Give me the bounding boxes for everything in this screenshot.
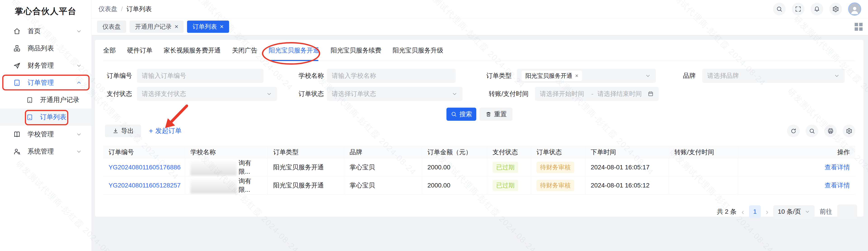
sidebar: 掌心合伙人平台 首页 商品列表 财务管理 订单管理 开通用户记录 订单列表 [0, 0, 92, 251]
pay-time-cell [669, 177, 738, 194]
order-no-link[interactable]: YG202408011605128257 [108, 182, 181, 189]
close-icon[interactable] [575, 73, 578, 79]
order-no-input[interactable] [137, 69, 264, 83]
search-button[interactable] [773, 3, 786, 15]
brand-placeholder: 请选择品牌 [707, 71, 739, 80]
plus-icon [149, 127, 153, 135]
printer-icon [827, 128, 834, 134]
close-icon[interactable] [175, 24, 178, 30]
pay-time-cell [669, 158, 738, 176]
col-header: 转账/支付时间 [669, 146, 738, 158]
redacted-school-name [190, 159, 237, 176]
settings-button[interactable] [829, 3, 842, 15]
prev-page-button[interactable] [742, 208, 744, 216]
order-status-placeholder: 请选择订单状态 [332, 90, 376, 98]
table-toolbar [787, 125, 855, 137]
col-header: 订单金额（元） [422, 146, 487, 158]
range-separator: - [591, 90, 593, 97]
orders-table: 订单编号 学校名称 订单类型 品牌 订单金额（元） 支付状态 订单状态 下单时间… [103, 146, 855, 194]
tag-order-list[interactable]: 订单列表 [187, 21, 229, 33]
sidebar-item-finance[interactable]: 财务管理 [0, 57, 91, 74]
tab-sunshine-baby-upgrade[interactable]: 阳光宝贝服务升级 [393, 40, 443, 61]
tab-hardware-orders[interactable]: 硬件订单 [127, 40, 152, 61]
search-submit-button[interactable]: 搜索 [446, 107, 476, 121]
sidebar-item-label: 学校管理 [28, 130, 76, 139]
reset-button[interactable]: 重置 [479, 107, 513, 121]
trash-icon [485, 111, 492, 117]
tab-sunshine-baby-open[interactable]: 阳光宝贝服务开通 [269, 40, 319, 61]
topbar-actions [773, 2, 861, 15]
order-status-label: 订单状态 [292, 87, 324, 101]
bell-icon [813, 6, 820, 12]
tag-open-user-records[interactable]: 开通用户记录 [130, 21, 184, 33]
col-header: 操作 [738, 146, 855, 158]
notifications-button[interactable] [811, 3, 823, 15]
pay-status-badge: 已过期 [493, 180, 518, 191]
create-order-label: 发起订单 [155, 126, 182, 135]
order-type-tabs: 全部 硬件订单 家长视频服务费开通 关闭广告 阳光宝贝服务开通 阳光宝贝服务续费… [103, 40, 855, 61]
avatar[interactable] [848, 2, 861, 15]
refresh-button[interactable] [787, 125, 800, 137]
order-type-cell: 阳光宝贝服务开通 [268, 158, 344, 176]
pay-time-label: 转账/支付时间 [464, 87, 529, 101]
school-name-tail: 询有限... [239, 159, 262, 176]
end-time-placeholder: 请选择结束时间 [597, 90, 645, 98]
tag-dashboard[interactable]: 仪表盘 [97, 21, 126, 33]
breadcrumb-separator: / [121, 5, 123, 13]
sidebar-item-order-management[interactable]: 订单管理 [0, 74, 91, 91]
col-header: 学校名称 [185, 146, 268, 158]
order-status-select[interactable]: 请选择订单状态 [327, 87, 463, 101]
home-icon [13, 27, 21, 35]
goto-page-input[interactable] [837, 205, 857, 219]
goto-label: 前往 [819, 207, 832, 216]
view-details-link[interactable]: 查看详情 [825, 163, 850, 171]
sidebar-item-system[interactable]: 系统管理 [0, 143, 91, 160]
sidebar-item-schools[interactable]: 学校管理 [0, 126, 91, 143]
close-icon[interactable] [220, 24, 223, 30]
search-icon [809, 128, 815, 134]
layout-grid-icon[interactable] [855, 23, 863, 31]
tab-parent-video-service[interactable]: 家长视频服务费开通 [164, 40, 221, 61]
page-size-select[interactable]: 10 条/页 [773, 205, 815, 218]
start-time-placeholder: 请选择开始时间 [540, 90, 587, 98]
selected-type-tag: 阳光宝贝服务开通 [522, 70, 582, 81]
page-number-button[interactable]: 1 [749, 205, 761, 218]
print-button[interactable] [824, 125, 837, 137]
user-icon [850, 5, 860, 15]
chevron-down-icon [452, 91, 458, 97]
order-type-select[interactable]: 阳光宝贝服务开通 [517, 69, 656, 83]
chevron-down-icon [76, 28, 82, 34]
col-header: 订单状态 [531, 146, 585, 158]
view-details-link[interactable]: 查看详情 [825, 181, 850, 190]
pay-time-range-picker[interactable]: 请选择开始时间 - 请选择结束时间 [535, 87, 659, 101]
tab-sunshine-baby-renew[interactable]: 阳光宝贝服务续费 [331, 40, 381, 61]
chevron-down-icon [76, 149, 82, 154]
chevron-down-icon [266, 91, 272, 97]
tab-all[interactable]: 全部 [103, 40, 116, 61]
next-page-button[interactable] [766, 208, 768, 216]
sidebar-item-label: 开通用户记录 [40, 95, 82, 104]
table-search-button[interactable] [806, 125, 818, 137]
sidebar-item-products[interactable]: 商品列表 [0, 40, 91, 57]
sidebar-item-open-user-records[interactable]: 开通用户记录 [0, 91, 91, 108]
create-order-link[interactable]: 发起订单 [149, 125, 182, 137]
col-header: 订单编号 [103, 146, 185, 158]
brand-select[interactable]: 请选择品牌 [702, 69, 845, 83]
school-name-input[interactable] [327, 69, 456, 83]
breadcrumb-current: 订单列表 [126, 5, 152, 13]
order-no-link[interactable]: YG202408011605176886 [108, 164, 181, 171]
order-icon [13, 79, 21, 87]
sidebar-item-order-list[interactable]: 订单列表 [0, 108, 91, 126]
brand-cell: 掌心宝贝 [344, 177, 422, 194]
breadcrumb-dashboard[interactable]: 仪表盘 [98, 5, 117, 13]
user-key-icon [13, 148, 21, 155]
sidebar-item-home[interactable]: 首页 [0, 23, 91, 40]
pay-status-select[interactable]: 请选择支付状态 [137, 87, 277, 101]
tab-close-ads[interactable]: 关闭广告 [232, 40, 257, 61]
fullscreen-button[interactable] [792, 3, 804, 15]
table-row: YG202408011605128257 询有限... 阳光宝贝服务开通 掌心宝… [103, 177, 855, 194]
table-header-row: 订单编号 学校名称 订单类型 品牌 订单金额（元） 支付状态 订单状态 下单时间… [103, 146, 855, 158]
table-settings-button[interactable] [843, 125, 855, 137]
gear-icon [846, 128, 852, 134]
export-button[interactable]: 导出 [105, 125, 141, 137]
